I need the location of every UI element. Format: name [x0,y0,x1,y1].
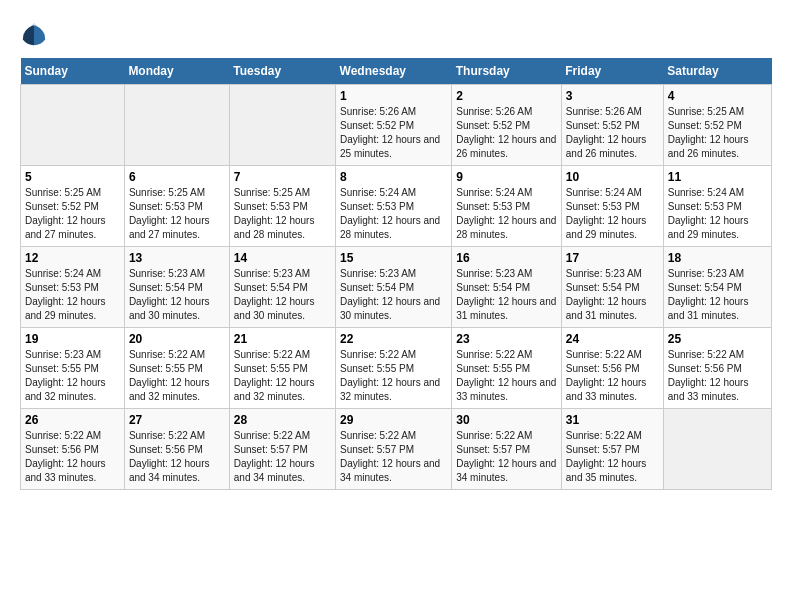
day-number: 24 [566,332,659,346]
calendar-cell: 4Sunrise: 5:25 AMSunset: 5:52 PMDaylight… [663,85,771,166]
calendar-cell: 25Sunrise: 5:22 AMSunset: 5:56 PMDayligh… [663,328,771,409]
day-number: 9 [456,170,557,184]
logo-icon [20,20,48,48]
day-number: 20 [129,332,225,346]
calendar-cell: 28Sunrise: 5:22 AMSunset: 5:57 PMDayligh… [229,409,335,490]
header-cell-sunday: Sunday [21,58,125,85]
day-info: Sunrise: 5:22 AMSunset: 5:56 PMDaylight:… [129,429,225,485]
calendar-cell [663,409,771,490]
header-cell-monday: Monday [124,58,229,85]
day-number: 30 [456,413,557,427]
calendar-week-4: 19Sunrise: 5:23 AMSunset: 5:55 PMDayligh… [21,328,772,409]
day-number: 19 [25,332,120,346]
day-number: 23 [456,332,557,346]
day-info: Sunrise: 5:25 AMSunset: 5:52 PMDaylight:… [25,186,120,242]
day-info: Sunrise: 5:22 AMSunset: 5:55 PMDaylight:… [129,348,225,404]
day-info: Sunrise: 5:23 AMSunset: 5:54 PMDaylight:… [566,267,659,323]
calendar-cell: 26Sunrise: 5:22 AMSunset: 5:56 PMDayligh… [21,409,125,490]
day-info: Sunrise: 5:26 AMSunset: 5:52 PMDaylight:… [340,105,447,161]
calendar-week-1: 1Sunrise: 5:26 AMSunset: 5:52 PMDaylight… [21,85,772,166]
day-number: 26 [25,413,120,427]
day-number: 25 [668,332,767,346]
calendar-cell [229,85,335,166]
calendar-header-row: SundayMondayTuesdayWednesdayThursdayFrid… [21,58,772,85]
calendar-cell: 1Sunrise: 5:26 AMSunset: 5:52 PMDaylight… [336,85,452,166]
day-number: 14 [234,251,331,265]
calendar-cell: 3Sunrise: 5:26 AMSunset: 5:52 PMDaylight… [561,85,663,166]
day-info: Sunrise: 5:23 AMSunset: 5:55 PMDaylight:… [25,348,120,404]
calendar-table: SundayMondayTuesdayWednesdayThursdayFrid… [20,58,772,490]
calendar-cell: 22Sunrise: 5:22 AMSunset: 5:55 PMDayligh… [336,328,452,409]
calendar-cell: 14Sunrise: 5:23 AMSunset: 5:54 PMDayligh… [229,247,335,328]
day-number: 16 [456,251,557,265]
header-cell-friday: Friday [561,58,663,85]
day-number: 17 [566,251,659,265]
day-info: Sunrise: 5:22 AMSunset: 5:57 PMDaylight:… [340,429,447,485]
calendar-body: 1Sunrise: 5:26 AMSunset: 5:52 PMDaylight… [21,85,772,490]
calendar-cell: 18Sunrise: 5:23 AMSunset: 5:54 PMDayligh… [663,247,771,328]
day-info: Sunrise: 5:24 AMSunset: 5:53 PMDaylight:… [668,186,767,242]
day-number: 3 [566,89,659,103]
day-number: 2 [456,89,557,103]
day-info: Sunrise: 5:26 AMSunset: 5:52 PMDaylight:… [456,105,557,161]
calendar-cell: 21Sunrise: 5:22 AMSunset: 5:55 PMDayligh… [229,328,335,409]
calendar-cell: 6Sunrise: 5:25 AMSunset: 5:53 PMDaylight… [124,166,229,247]
calendar-week-3: 12Sunrise: 5:24 AMSunset: 5:53 PMDayligh… [21,247,772,328]
day-info: Sunrise: 5:22 AMSunset: 5:55 PMDaylight:… [234,348,331,404]
header-cell-wednesday: Wednesday [336,58,452,85]
calendar-cell: 15Sunrise: 5:23 AMSunset: 5:54 PMDayligh… [336,247,452,328]
day-info: Sunrise: 5:23 AMSunset: 5:54 PMDaylight:… [340,267,447,323]
calendar-cell: 29Sunrise: 5:22 AMSunset: 5:57 PMDayligh… [336,409,452,490]
page-header [20,20,772,48]
day-number: 29 [340,413,447,427]
calendar-cell: 17Sunrise: 5:23 AMSunset: 5:54 PMDayligh… [561,247,663,328]
day-info: Sunrise: 5:23 AMSunset: 5:54 PMDaylight:… [456,267,557,323]
day-number: 31 [566,413,659,427]
calendar-cell: 2Sunrise: 5:26 AMSunset: 5:52 PMDaylight… [452,85,562,166]
calendar-cell: 7Sunrise: 5:25 AMSunset: 5:53 PMDaylight… [229,166,335,247]
day-number: 11 [668,170,767,184]
calendar-cell: 23Sunrise: 5:22 AMSunset: 5:55 PMDayligh… [452,328,562,409]
day-number: 12 [25,251,120,265]
day-info: Sunrise: 5:23 AMSunset: 5:54 PMDaylight:… [234,267,331,323]
logo [20,20,52,48]
calendar-cell: 10Sunrise: 5:24 AMSunset: 5:53 PMDayligh… [561,166,663,247]
day-number: 6 [129,170,225,184]
day-number: 4 [668,89,767,103]
calendar-cell: 30Sunrise: 5:22 AMSunset: 5:57 PMDayligh… [452,409,562,490]
day-number: 10 [566,170,659,184]
calendar-cell: 5Sunrise: 5:25 AMSunset: 5:52 PMDaylight… [21,166,125,247]
day-info: Sunrise: 5:22 AMSunset: 5:55 PMDaylight:… [456,348,557,404]
day-number: 18 [668,251,767,265]
day-info: Sunrise: 5:22 AMSunset: 5:56 PMDaylight:… [25,429,120,485]
day-number: 7 [234,170,331,184]
calendar-cell: 8Sunrise: 5:24 AMSunset: 5:53 PMDaylight… [336,166,452,247]
day-info: Sunrise: 5:24 AMSunset: 5:53 PMDaylight:… [25,267,120,323]
calendar-cell: 20Sunrise: 5:22 AMSunset: 5:55 PMDayligh… [124,328,229,409]
day-info: Sunrise: 5:25 AMSunset: 5:53 PMDaylight:… [129,186,225,242]
day-number: 15 [340,251,447,265]
calendar-cell [21,85,125,166]
calendar-cell: 16Sunrise: 5:23 AMSunset: 5:54 PMDayligh… [452,247,562,328]
header-cell-saturday: Saturday [663,58,771,85]
day-info: Sunrise: 5:22 AMSunset: 5:57 PMDaylight:… [234,429,331,485]
calendar-cell: 24Sunrise: 5:22 AMSunset: 5:56 PMDayligh… [561,328,663,409]
calendar-week-5: 26Sunrise: 5:22 AMSunset: 5:56 PMDayligh… [21,409,772,490]
calendar-cell: 31Sunrise: 5:22 AMSunset: 5:57 PMDayligh… [561,409,663,490]
calendar-cell: 13Sunrise: 5:23 AMSunset: 5:54 PMDayligh… [124,247,229,328]
day-info: Sunrise: 5:24 AMSunset: 5:53 PMDaylight:… [456,186,557,242]
calendar-cell: 27Sunrise: 5:22 AMSunset: 5:56 PMDayligh… [124,409,229,490]
day-number: 22 [340,332,447,346]
day-number: 21 [234,332,331,346]
calendar-cell: 12Sunrise: 5:24 AMSunset: 5:53 PMDayligh… [21,247,125,328]
day-info: Sunrise: 5:22 AMSunset: 5:57 PMDaylight:… [456,429,557,485]
day-info: Sunrise: 5:22 AMSunset: 5:56 PMDaylight:… [668,348,767,404]
day-number: 28 [234,413,331,427]
day-info: Sunrise: 5:26 AMSunset: 5:52 PMDaylight:… [566,105,659,161]
day-number: 8 [340,170,447,184]
day-info: Sunrise: 5:24 AMSunset: 5:53 PMDaylight:… [340,186,447,242]
day-number: 1 [340,89,447,103]
day-info: Sunrise: 5:25 AMSunset: 5:53 PMDaylight:… [234,186,331,242]
header-cell-tuesday: Tuesday [229,58,335,85]
calendar-cell: 9Sunrise: 5:24 AMSunset: 5:53 PMDaylight… [452,166,562,247]
